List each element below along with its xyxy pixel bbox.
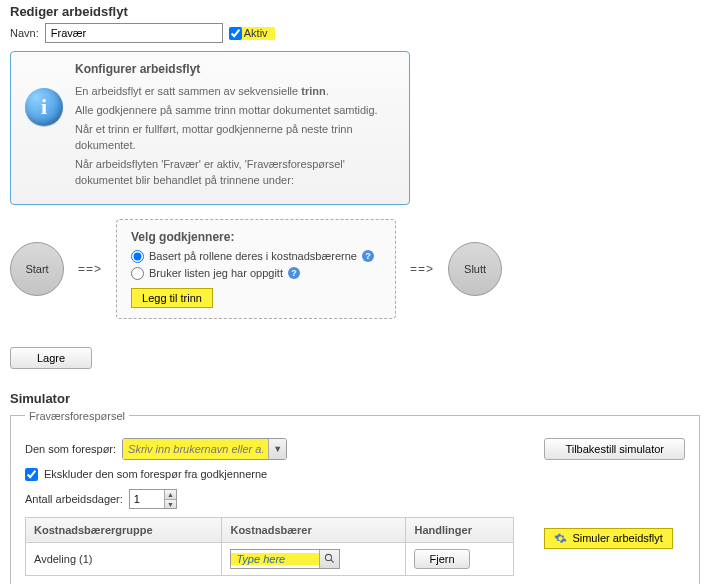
exclude-requester-checkbox[interactable] (25, 468, 38, 481)
info-p1: En arbeidsflyt er satt sammen av sekvens… (75, 84, 395, 100)
approver-roles-label: Basert på rollene deres i kostnadsbærern… (149, 250, 357, 262)
gear-icon (554, 532, 567, 545)
approver-heading: Velg godkjennere: (131, 230, 381, 244)
info-heading: Konfigurer arbeidsflyt (75, 62, 395, 76)
table-header-carrier: Kostnadsbærer (222, 517, 406, 542)
approver-list-label: Bruker listen jeg har oppgitt (149, 267, 283, 279)
active-label: Aktiv (242, 27, 272, 39)
cost-carrier-table: Kostnadsbærergruppe Kostnadsbærer Handli… (25, 517, 514, 576)
days-label: Antall arbeidsdager: (25, 493, 123, 505)
exclude-requester-label: Ekskluder den som forespør fra godkjenne… (44, 468, 267, 480)
spinner-up-icon[interactable]: ▲ (164, 490, 176, 499)
name-label: Navn: (10, 27, 39, 39)
remove-button[interactable]: Fjern (414, 549, 469, 569)
help-icon[interactable]: ? (362, 250, 374, 262)
info-p4: Når arbeidsflyten 'Fravær' er aktiv, 'Fr… (75, 157, 395, 189)
start-node: Start (10, 242, 64, 296)
table-header-group: Kostnadsbærergruppe (26, 517, 222, 542)
requester-combobox[interactable]: ▼ (122, 438, 287, 460)
workflow-name-input[interactable] (45, 23, 223, 43)
help-icon[interactable]: ? (288, 267, 300, 279)
info-p2: Alle godkjennere på samme trinn mottar d… (75, 103, 395, 119)
table-header-actions: Handlinger (406, 517, 514, 542)
arrow-icon: ==> (78, 262, 102, 276)
add-step-button[interactable]: Legg til trinn (131, 288, 213, 308)
info-p3: Når et trinn er fullført, mottar godkjen… (75, 122, 395, 154)
svg-line-1 (331, 560, 334, 563)
search-icon[interactable] (319, 550, 339, 568)
days-input[interactable] (130, 490, 164, 508)
arrow-icon: ==> (410, 262, 434, 276)
page-title: Rediger arbeidsflyt (10, 4, 700, 19)
cell-group: Avdeling (1) (26, 542, 222, 575)
requester-input[interactable] (123, 439, 268, 459)
cell-carrier (222, 542, 406, 575)
requester-label: Den som forespør: (25, 443, 116, 455)
end-node: Slutt (448, 242, 502, 296)
carrier-search[interactable] (230, 549, 340, 569)
simulator-title: Simulator (10, 391, 700, 406)
name-row: Navn: Aktiv (10, 23, 700, 43)
simulate-workflow-button[interactable]: Simuler arbeidsflyt (544, 528, 672, 549)
reset-simulator-button[interactable]: Tilbakestill simulator (544, 438, 685, 460)
spinner-down-icon[interactable]: ▼ (164, 499, 176, 508)
approver-selection-box: Velg godkjennere: Basert på rollene dere… (116, 219, 396, 319)
approver-list-radio[interactable] (131, 267, 144, 280)
table-row: Avdeling (1) Fjern (26, 542, 514, 575)
simulator-fieldset: Fraværsforespørsel Den som forespør: ▼ E… (10, 410, 700, 584)
workflow-flow: Start ==> Velg godkjennere: Basert på ro… (10, 219, 700, 319)
days-spinner[interactable]: ▲ ▼ (129, 489, 177, 509)
info-panel: i Konfigurer arbeidsflyt En arbeidsflyt … (10, 51, 410, 205)
chevron-down-icon[interactable]: ▼ (268, 439, 286, 459)
active-checkbox[interactable] (229, 27, 242, 40)
save-button[interactable]: Lagre (10, 347, 92, 369)
approver-roles-radio[interactable] (131, 250, 144, 263)
cell-actions: Fjern (406, 542, 514, 575)
simulator-legend: Fraværsforespørsel (25, 410, 129, 422)
carrier-search-input[interactable] (231, 553, 319, 565)
svg-point-0 (326, 555, 332, 561)
info-icon: i (25, 88, 63, 126)
